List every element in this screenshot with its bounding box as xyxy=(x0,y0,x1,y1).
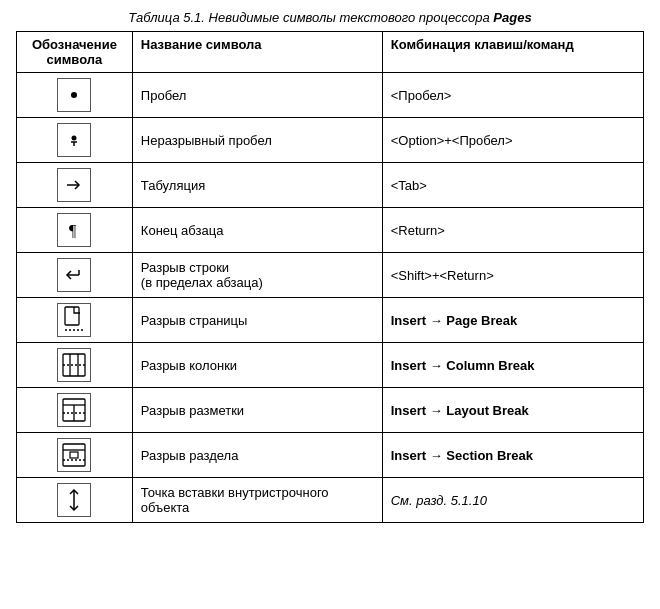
symbol-pilcrow-icon: ¶ xyxy=(57,213,91,247)
symbols-table: Обозначение символа Название символа Ком… xyxy=(16,31,644,523)
icon-cell-layoutbreak xyxy=(17,388,133,433)
symbol-name-linebreak: Разрыв строки(в пределах абзаца) xyxy=(132,253,382,298)
svg-rect-10 xyxy=(63,354,85,376)
svg-rect-21 xyxy=(70,452,78,458)
icon-cell-sectionbreak xyxy=(17,433,133,478)
table-row: Разрыв строки(в пределах абзаца) <Shift>… xyxy=(17,253,644,298)
symbol-name-layoutbreak: Разрыв разметки xyxy=(132,388,382,433)
symbol-linebreak-icon xyxy=(57,258,91,292)
header-col3: Комбинация клавиш/команд xyxy=(382,32,643,73)
table-title: Таблица 5.1. Невидимые символы текстовог… xyxy=(16,10,644,25)
symbol-name-space: Пробел xyxy=(132,73,382,118)
combo-tab: <Tab> xyxy=(382,163,643,208)
icon-cell-pagebreak xyxy=(17,298,133,343)
symbol-name-pilcrow: Конец абзаца xyxy=(132,208,382,253)
combo-nbsp: <Option>+<Пробел> xyxy=(382,118,643,163)
svg-point-1 xyxy=(72,136,77,141)
symbol-inline-icon xyxy=(57,483,91,517)
symbol-name-tab: Табуляция xyxy=(132,163,382,208)
table-row: Разрыв колонки Insert → Column Break xyxy=(17,343,644,388)
svg-rect-8 xyxy=(65,307,79,325)
combo-linebreak: <Shift>+<Return> xyxy=(382,253,643,298)
table-row: Табуляция <Tab> xyxy=(17,163,644,208)
symbol-sectionbreak-icon xyxy=(57,438,91,472)
symbol-name-inline: Точка вставки внутристрочного объекта xyxy=(132,478,382,523)
symbol-layoutbreak-icon xyxy=(57,393,91,427)
title-prefix: Таблица 5.1. xyxy=(128,10,205,25)
combo-layoutbreak: Insert → Layout Break xyxy=(382,388,643,433)
symbol-name-pagebreak: Разрыв страницы xyxy=(132,298,382,343)
combo-space: <Пробел> xyxy=(382,73,643,118)
table-row: Разрыв страницы Insert → Page Break xyxy=(17,298,644,343)
symbol-name-sectionbreak: Разрыв раздела xyxy=(132,433,382,478)
symbol-name-nbsp: Неразрывный пробел xyxy=(132,118,382,163)
combo-inline: См. разд. 5.1.10 xyxy=(382,478,643,523)
header-col1: Обозначение символа xyxy=(17,32,133,73)
icon-cell-columnbreak xyxy=(17,343,133,388)
combo-pagebreak: Insert → Page Break xyxy=(382,298,643,343)
combo-columnbreak: Insert → Column Break xyxy=(382,343,643,388)
title-brand: Pages xyxy=(493,10,531,25)
page-wrapper: Таблица 5.1. Невидимые символы текстовог… xyxy=(0,0,660,539)
icon-cell-linebreak xyxy=(17,253,133,298)
svg-point-0 xyxy=(71,92,77,98)
symbol-pagebreak-icon xyxy=(57,303,91,337)
symbol-columnbreak-icon xyxy=(57,348,91,382)
symbol-tab-icon xyxy=(57,168,91,202)
icon-cell-nbsp xyxy=(17,118,133,163)
svg-text:¶: ¶ xyxy=(69,222,77,239)
icon-cell-space xyxy=(17,73,133,118)
combo-sectionbreak: Insert → Section Break xyxy=(382,433,643,478)
combo-pilcrow: <Return> xyxy=(382,208,643,253)
header-col2: Название символа xyxy=(132,32,382,73)
table-header-row: Обозначение символа Название символа Ком… xyxy=(17,32,644,73)
table-row: ¶ Конец абзаца <Return> xyxy=(17,208,644,253)
symbol-nbsp-icon xyxy=(57,123,91,157)
symbol-space-icon xyxy=(57,78,91,112)
title-suffix: Невидимые символы текстового процессора xyxy=(205,10,493,25)
table-row: Пробел <Пробел> xyxy=(17,73,644,118)
icon-cell-inline xyxy=(17,478,133,523)
table-row: Точка вставки внутристрочного объекта См… xyxy=(17,478,644,523)
table-row: Разрыв раздела Insert → Section Break xyxy=(17,433,644,478)
table-row: Неразрывный пробел <Option>+<Пробел> xyxy=(17,118,644,163)
icon-cell-pilcrow: ¶ xyxy=(17,208,133,253)
table-row: Разрыв разметки Insert → Layout Break xyxy=(17,388,644,433)
icon-cell-tab xyxy=(17,163,133,208)
symbol-name-columnbreak: Разрыв колонки xyxy=(132,343,382,388)
